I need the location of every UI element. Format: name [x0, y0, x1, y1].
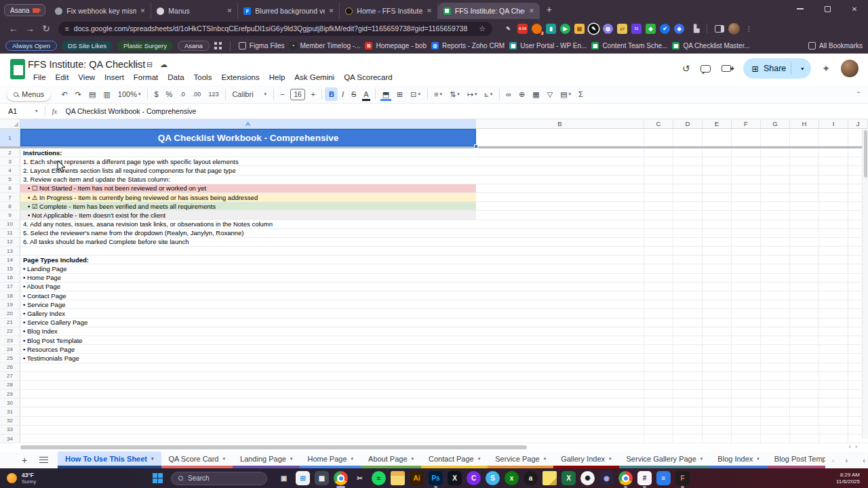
- sheets-logo-icon[interactable]: [10, 59, 25, 79]
- cell[interactable]: [703, 274, 732, 282]
- cell[interactable]: [476, 129, 644, 146]
- cell[interactable]: [644, 211, 673, 219]
- cell[interactable]: [790, 274, 819, 282]
- cell[interactable]: [732, 229, 761, 237]
- bookmark-item[interactable]: ▦ Content Team Sche...: [591, 42, 667, 49]
- cell-column-a[interactable]: [20, 363, 476, 371]
- cell[interactable]: [732, 202, 761, 210]
- cell[interactable]: [644, 319, 673, 327]
- cell[interactable]: [732, 274, 761, 282]
- sheet-tab-menu-icon[interactable]: ▾: [412, 456, 414, 462]
- cell[interactable]: [732, 354, 761, 362]
- cell[interactable]: [790, 345, 819, 353]
- vertical-align-button[interactable]: ⇅▾: [446, 87, 463, 101]
- menus-search-button[interactable]: Menus: [7, 87, 51, 101]
- cell[interactable]: [790, 300, 819, 308]
- cell[interactable]: [673, 309, 703, 317]
- cell[interactable]: [819, 220, 848, 228]
- cell[interactable]: [644, 372, 673, 380]
- cell[interactable]: [644, 309, 673, 317]
- cell[interactable]: [476, 166, 644, 174]
- back-button[interactable]: ←: [5, 23, 22, 34]
- cell[interactable]: [790, 220, 819, 228]
- horizontal-align-button[interactable]: ≡▾: [431, 87, 446, 101]
- cell[interactable]: [644, 129, 673, 146]
- browser-tab[interactable]: Fix webhook key mismatch ✕: [50, 3, 151, 19]
- cell[interactable]: [703, 319, 732, 327]
- cell-column-a[interactable]: • Testimonials Page: [20, 354, 476, 362]
- bold-button[interactable]: B: [325, 87, 338, 101]
- cell[interactable]: [819, 256, 848, 264]
- horizontal-scrollbar-thumb[interactable]: [20, 445, 527, 449]
- taskbar-app-icon[interactable]: Ps: [429, 471, 443, 485]
- cell[interactable]: [673, 264, 703, 272]
- increase-font-size-button[interactable]: +: [307, 87, 319, 101]
- cell[interactable]: [819, 390, 848, 398]
- cell[interactable]: [790, 291, 819, 300]
- column-header[interactable]: E: [703, 119, 732, 128]
- cell[interactable]: [732, 176, 761, 184]
- cell[interactable]: [790, 336, 819, 344]
- cell[interactable]: [732, 345, 761, 353]
- cell-column-a[interactable]: 4. Add any notes, issues, asana revision…: [20, 220, 476, 228]
- cell[interactable]: [476, 184, 644, 192]
- tab-close-icon[interactable]: ✕: [529, 7, 534, 14]
- cell[interactable]: [819, 202, 848, 210]
- cell[interactable]: [644, 264, 673, 272]
- row-header[interactable]: 11: [0, 229, 20, 237]
- cell[interactable]: [790, 148, 819, 157]
- cell[interactable]: [703, 184, 732, 192]
- sheet-tab-menu-icon[interactable]: ▾: [757, 456, 760, 462]
- sheet-tab-menu-icon[interactable]: ▾: [544, 456, 547, 462]
- taskbar-app-icon[interactable]: [618, 471, 633, 485]
- row-header[interactable]: 19: [0, 300, 20, 308]
- taskbar-app-icon[interactable]: S: [486, 471, 500, 485]
- cell[interactable]: [673, 345, 703, 353]
- cell[interactable]: [732, 434, 761, 443]
- bookmark-item[interactable]: ◎ Reports - Zoho CRM: [431, 42, 505, 49]
- cell[interactable]: [761, 407, 790, 415]
- cell[interactable]: [790, 176, 819, 184]
- cell[interactable]: [673, 399, 703, 407]
- cell[interactable]: [819, 193, 848, 201]
- taskbar-app-icon[interactable]: X: [448, 471, 462, 485]
- sheet-tab[interactable]: Contact Page ▾: [421, 451, 488, 468]
- cell[interactable]: [673, 434, 703, 443]
- sheet-tab-menu-icon[interactable]: ▾: [478, 456, 481, 462]
- taskbar-app-icon[interactable]: ≈: [372, 471, 386, 485]
- cell[interactable]: [732, 184, 761, 192]
- weather-widget[interactable]: 43°F Sunny: [0, 472, 153, 485]
- cell[interactable]: [673, 300, 703, 308]
- cell[interactable]: [790, 211, 819, 219]
- cell[interactable]: [476, 426, 644, 434]
- tabs-scroll-left-icon[interactable]: ‹: [832, 456, 835, 464]
- cell[interactable]: [673, 283, 703, 291]
- cell-column-a[interactable]: 3. Review each item and update the Statu…: [20, 176, 476, 184]
- cell[interactable]: [790, 319, 819, 327]
- select-all-corner[interactable]: [0, 119, 20, 128]
- bookmark-item[interactable]: ◔ Member Timelog -...: [290, 42, 361, 49]
- cell[interactable]: [644, 291, 673, 300]
- cell[interactable]: [644, 345, 673, 353]
- row-header[interactable]: 28: [0, 381, 20, 389]
- cell[interactable]: [644, 166, 673, 174]
- cell[interactable]: [732, 291, 761, 300]
- decrease-decimals-button[interactable]: .0: [176, 87, 189, 101]
- column-header[interactable]: G: [761, 119, 790, 128]
- extension-icon[interactable]: ✎: [503, 24, 513, 34]
- forward-button[interactable]: →: [22, 23, 38, 34]
- sheet-tab[interactable]: Service Gallery Page ▾: [619, 451, 711, 468]
- row-header[interactable]: 20: [0, 309, 20, 317]
- cell[interactable]: [673, 372, 703, 380]
- cell-column-a[interactable]: • ☑ Complete - Item has been verified an…: [20, 202, 476, 210]
- cell[interactable]: [703, 247, 732, 255]
- cell[interactable]: [732, 327, 761, 336]
- cell[interactable]: [819, 426, 848, 434]
- number-format-button[interactable]: 123: [205, 87, 222, 101]
- row-header[interactable]: 31: [0, 407, 20, 415]
- cell[interactable]: [761, 381, 790, 389]
- cell[interactable]: [819, 309, 848, 317]
- cell[interactable]: [761, 300, 790, 308]
- menu-item[interactable]: QA Scorecard: [339, 72, 397, 83]
- row-header[interactable]: 29: [0, 390, 20, 398]
